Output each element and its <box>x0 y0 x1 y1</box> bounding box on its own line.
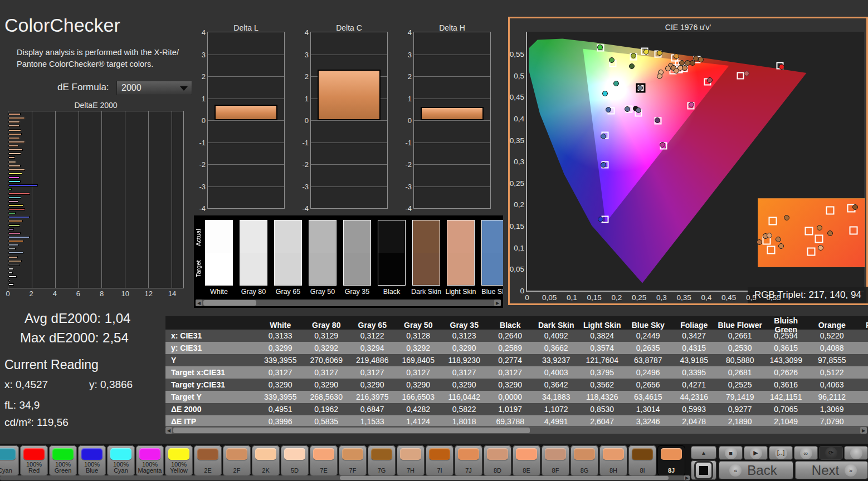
next-button[interactable]: Next » <box>795 461 868 479</box>
table-cell: 166,6503 <box>396 392 442 401</box>
patch-color-chip <box>632 448 653 460</box>
patch-button-8f[interactable]: 8F <box>542 445 569 476</box>
table-cell: 0,2681 <box>717 368 763 377</box>
toolbar-scroll-thumb[interactable] <box>340 476 669 480</box>
page-title: ColorChecker <box>4 14 120 36</box>
table-cell: 33,9237 <box>533 356 579 365</box>
x-tick-label: 4 <box>53 289 57 298</box>
patch-button-8i[interactable]: 8I <box>628 445 656 476</box>
patch-color-chip <box>342 448 363 460</box>
x-tick-label: 0,5 <box>746 291 757 302</box>
patch-button-7g[interactable]: 7G <box>368 445 396 476</box>
x-tick-label: 14 <box>168 289 176 298</box>
big-stop-button[interactable] <box>691 460 716 480</box>
refresh-button[interactable]: ⟳ <box>819 446 843 460</box>
patch-button-2f[interactable]: 2F <box>223 445 251 476</box>
table-cell: 0,3292 <box>304 343 350 352</box>
row-header: ΔE 2000 <box>165 405 257 414</box>
toolbar-scrollbar[interactable]: ▶ <box>0 475 690 480</box>
scroll-right-icon[interactable]: ▶ <box>494 300 501 306</box>
patch-button-100-yellow[interactable]: 100% Yellow <box>165 445 193 476</box>
swatch-label: Gray 35 <box>340 288 374 296</box>
deltae-bar <box>8 220 23 222</box>
table-cell: 63,8787 <box>625 356 671 365</box>
swatch-dark-skin[interactable] <box>412 220 440 286</box>
delta-bar <box>421 107 483 120</box>
patch-button-2k[interactable]: 2K <box>252 445 280 476</box>
patch-button-8g[interactable]: 8G <box>570 445 598 476</box>
patch-button-8e[interactable]: 8E <box>513 445 540 476</box>
patch-color-chip <box>168 448 189 460</box>
table-cell: 0,9277 <box>717 405 763 414</box>
patch-button-100-cyan[interactable]: 100% Cyan <box>107 445 135 476</box>
patch-button-7i[interactable]: 7I <box>426 445 453 476</box>
patch-label: 8J <box>668 468 675 474</box>
deltae-bar <box>8 276 17 278</box>
swatch-gray-35[interactable] <box>343 220 371 286</box>
gridline <box>311 143 387 143</box>
table-row: x: CIE310,31330,31290,31220,31280,31230,… <box>165 330 868 342</box>
de-formula-select[interactable]: 2000 <box>116 81 192 95</box>
table-cell: 79,1419 <box>717 392 763 401</box>
patch-button-8h[interactable]: 8H <box>599 445 627 476</box>
x-tick-label: 0 <box>6 289 9 298</box>
patch-button-7h[interactable]: 7H <box>397 445 425 476</box>
table-cell: 0,3133 <box>257 331 304 340</box>
table-cell: 1,1533 <box>349 417 396 426</box>
patch-label: 2F <box>233 468 241 474</box>
patch-button-8d[interactable]: 8D <box>484 445 511 476</box>
play-button[interactable]: ▶ <box>744 446 768 460</box>
table-cell: 1,1072 <box>533 405 579 414</box>
swatch-scrollbar[interactable]: ◀▶ <box>196 300 501 306</box>
swatch-light-skin[interactable] <box>447 220 475 286</box>
patch-color-chip <box>81 448 103 460</box>
table-cell: 0,3616 <box>763 380 810 389</box>
patch-button-100-blue[interactable]: 100% Blue <box>78 445 106 476</box>
current-reading-title: Current Reading <box>4 357 99 372</box>
patch-button-5d[interactable]: 5D <box>281 445 309 476</box>
swatch-gray-65[interactable] <box>274 220 302 286</box>
stop-button[interactable]: ■ <box>719 446 743 460</box>
range-button[interactable]: [‥] <box>769 446 793 460</box>
y-tick-label: -2 <box>302 160 311 169</box>
patch-color-chip <box>516 448 537 460</box>
scroll-left-icon[interactable]: ◀ <box>196 300 202 306</box>
table-cell: 1,4124 <box>396 417 442 426</box>
patch-button-100-red[interactable]: 100% Red <box>20 445 48 476</box>
loop-button[interactable]: ∞ <box>794 446 818 460</box>
patch-button-cyan[interactable]: Cyan <box>0 445 19 476</box>
scroll-left-icon[interactable]: ◀ <box>165 427 172 434</box>
swatch-gray-80[interactable] <box>240 220 267 286</box>
patch-label: 100% Cyan <box>107 462 135 474</box>
patch-button-8j[interactable]: 8J <box>657 445 685 476</box>
swatch-scroll-thumb[interactable] <box>203 300 256 306</box>
patch-button-7j[interactable]: 7J <box>455 445 482 476</box>
swatch-blue-sky[interactable] <box>481 220 503 286</box>
extra-button[interactable] <box>844 446 868 460</box>
patch-button-100-magenta[interactable]: 100% Magenta <box>136 445 164 476</box>
patch-button-7f[interactable]: 7F <box>339 445 367 476</box>
table-scrollbar[interactable]: ◀ ▶ <box>165 427 867 434</box>
patch-label: 8I <box>640 468 645 474</box>
patch-label: 2K <box>262 468 269 474</box>
chart-title: Delta H <box>413 23 491 32</box>
swatch-white[interactable] <box>205 220 233 286</box>
back-button[interactable]: « Back <box>719 461 793 479</box>
table-scroll-thumb[interactable] <box>173 428 530 433</box>
y-tick-label: 0,35 <box>510 136 527 144</box>
table-cell: 216,3975 <box>349 392 396 401</box>
stop-icon: ■ <box>725 447 737 459</box>
deltae-bar <box>8 176 19 179</box>
toolbar-scroll-right-icon[interactable]: ▶ <box>684 475 690 480</box>
table-cell: 0,4951 <box>257 405 304 414</box>
scroll-right-icon[interactable]: ▶ <box>860 427 867 434</box>
swatch-gray-50[interactable] <box>309 220 337 286</box>
swatch-black[interactable] <box>378 220 406 286</box>
table-cell: 0,3662 <box>533 343 579 352</box>
patch-button-100-green[interactable]: 100% Green <box>49 445 77 476</box>
patch-button-2e[interactable]: 2E <box>194 445 222 476</box>
expand-up-button[interactable]: ▲ <box>691 446 716 459</box>
table-cell: 0,6847 <box>349 405 396 414</box>
patch-toolbar: Cyan100% Red100% Green100% Blue100% Cyan… <box>0 444 868 481</box>
patch-button-7e[interactable]: 7E <box>310 445 338 476</box>
